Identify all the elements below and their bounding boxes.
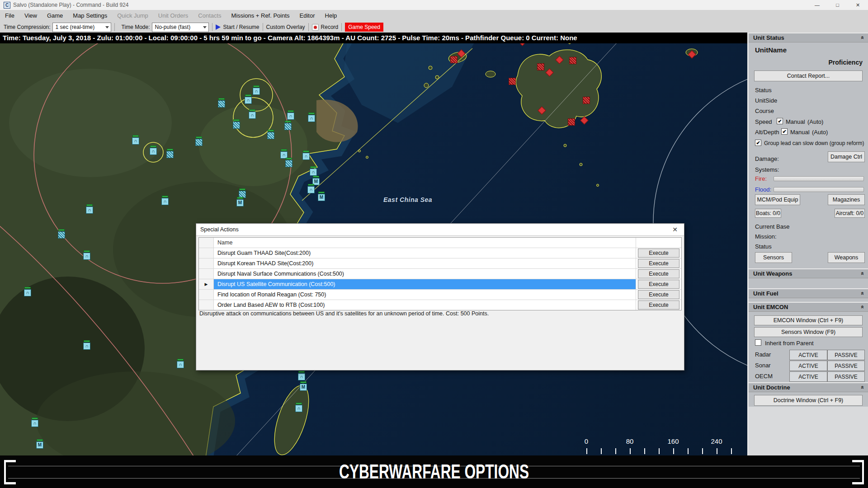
special-action-name[interactable]: Order Land Based AEW to RTB (Cost:100) <box>214 300 636 310</box>
minimize-button[interactable]: — <box>807 0 827 10</box>
menu-game[interactable]: Game <box>42 10 68 22</box>
close-button[interactable]: ✕ <box>848 0 868 10</box>
start-resume-button[interactable]: Start / Resume <box>216 24 259 30</box>
row-selector-cell[interactable] <box>199 269 214 279</box>
friendly-unit-icon[interactable]: ∩ <box>83 343 90 350</box>
unit-weapons-header[interactable]: Unit Weapons » <box>749 268 868 278</box>
hostile-unit-icon[interactable] <box>568 118 575 126</box>
hostile-unit-icon[interactable] <box>450 56 458 63</box>
friendly-unit-icon[interactable]: ∩ <box>161 198 169 205</box>
emcon-sonar-active-button[interactable]: ACTIVE <box>789 361 827 371</box>
time-mode-select[interactable]: No-pulse (fast) <box>152 23 209 32</box>
hostile-unit-icon[interactable] <box>509 78 516 85</box>
friendly-unit-icon[interactable]: M <box>318 194 325 201</box>
friendly-unit-icon[interactable]: ∩ <box>298 373 305 380</box>
friendly-unit-icon[interactable]: ∩ <box>150 148 157 155</box>
mcm-pod-equip-button[interactable]: MCM/Pod Equip <box>755 194 800 205</box>
hostile-unit-icon[interactable] <box>546 69 553 76</box>
friendly-unit-icon[interactable]: ∩ <box>287 113 294 120</box>
emcon-oecm-active-button[interactable]: ACTIVE <box>789 371 827 382</box>
maximize-button[interactable]: □ <box>827 0 848 10</box>
friendly-unit-icon[interactable]: M <box>236 199 244 206</box>
damage-ctrl-button[interactable]: Damage Ctrl <box>828 151 865 162</box>
menu-file[interactable]: File <box>0 10 19 22</box>
hostile-unit-icon[interactable] <box>580 117 588 124</box>
special-action-name[interactable]: Disrupt Naval Surface Communications (Co… <box>214 269 636 279</box>
friendly-unit-icon[interactable]: ∩ <box>31 420 38 427</box>
unit-doctrine-header[interactable]: Unit Doctrine » <box>749 382 868 392</box>
menu-editor[interactable]: Editor <box>295 10 320 22</box>
friendly-unit-icon[interactable] <box>218 100 225 108</box>
friendly-unit-icon[interactable]: ∩ <box>249 112 256 119</box>
execute-button[interactable]: Execute <box>638 280 679 289</box>
hostile-unit-icon[interactable] <box>569 57 576 64</box>
friendly-unit-icon[interactable] <box>58 231 65 239</box>
friendly-unit-icon[interactable] <box>233 122 240 129</box>
friendly-unit-icon[interactable]: ∩ <box>86 206 93 214</box>
friendly-unit-icon[interactable] <box>166 151 174 158</box>
friendly-unit-icon[interactable]: ∩ <box>302 153 310 160</box>
friendly-unit-icon[interactable]: ∩ <box>177 361 184 368</box>
close-icon[interactable]: ✕ <box>670 226 680 233</box>
special-action-row[interactable]: Order Land Based AEW to RTB (Cost:100)Ex… <box>199 300 681 310</box>
altdepth-manual-checkbox[interactable]: ✔ <box>781 128 788 135</box>
boats-button[interactable]: Boats: 0/0 <box>755 209 781 218</box>
collapse-icon[interactable]: » <box>859 272 865 275</box>
weapons-button[interactable]: Weapons <box>828 252 865 263</box>
collapse-icon[interactable]: » <box>859 292 865 295</box>
special-action-row[interactable]: Disrupt Guam THAAD Site(Cost:200)Execute <box>199 248 681 258</box>
collapse-icon[interactable]: » <box>859 386 865 389</box>
execute-button[interactable]: Execute <box>638 249 679 258</box>
inherit-from-parent-checkbox[interactable] <box>755 339 761 346</box>
friendly-unit-icon[interactable] <box>267 132 274 139</box>
unit-status-header[interactable]: Unit Status » <box>749 33 868 42</box>
time-compression-select[interactable]: 1 sec (real-time) <box>52 23 111 32</box>
menu-map-settings[interactable]: Map Settings <box>68 10 112 22</box>
friendly-unit-icon[interactable] <box>284 123 292 130</box>
execute-button[interactable]: Execute <box>638 290 679 299</box>
special-action-row[interactable]: Disrupt Korean THAAD Site(Cost:200)Execu… <box>199 258 681 269</box>
friendly-unit-icon[interactable]: M <box>36 441 43 449</box>
menu-help[interactable]: Help <box>320 10 342 22</box>
special-action-name[interactable]: Disrupt Korean THAAD Site(Cost:200) <box>214 258 636 268</box>
hostile-unit-icon[interactable] <box>556 56 563 64</box>
friendly-unit-icon[interactable]: ∩ <box>295 405 302 412</box>
special-action-row[interactable]: Find location of Ronald Reagan (Cost: 75… <box>199 290 681 300</box>
execute-button[interactable]: Execute <box>638 259 679 268</box>
game-speed-button[interactable]: Game Speed <box>345 23 383 32</box>
friendly-unit-icon[interactable] <box>195 139 203 146</box>
friendly-unit-icon[interactable]: ∩ <box>132 137 139 145</box>
emcon-sonar-passive-button[interactable]: PASSIVE <box>827 361 865 371</box>
special-action-row[interactable]: ▶Disrupt US Satellite Communication (Cos… <box>199 279 681 290</box>
friendly-unit-icon[interactable]: ∩ <box>307 186 315 193</box>
unit-emcon-header[interactable]: Unit EMCON » <box>749 302 868 312</box>
speed-manual-checkbox[interactable]: ✔ <box>777 118 783 124</box>
hostile-unit-icon[interactable] <box>688 51 696 58</box>
magazines-button[interactable]: Magazines <box>828 194 865 205</box>
special-action-name[interactable]: Find location of Ronald Reagan (Cost: 75… <box>214 290 636 300</box>
special-action-name[interactable]: Disrupt US Satellite Communication (Cost… <box>214 279 636 289</box>
special-action-row[interactable]: Disrupt Naval Surface Communications (Co… <box>199 269 681 279</box>
row-selector-cell[interactable] <box>199 290 214 300</box>
execute-button[interactable]: Execute <box>638 269 679 278</box>
friendly-unit-icon[interactable]: ∩ <box>253 88 260 95</box>
emcon-oecm-passive-button[interactable]: PASSIVE <box>827 371 865 382</box>
row-selector-cell[interactable] <box>199 300 214 310</box>
special-action-name[interactable]: Disrupt Guam THAAD Site(Cost:200) <box>214 248 636 258</box>
group-lead-checkbox[interactable]: ✔ <box>755 140 761 146</box>
friendly-unit-icon[interactable]: ∩ <box>310 169 317 176</box>
contact-report-button[interactable]: Contact Report... <box>754 70 863 81</box>
dialog-title-bar[interactable]: Special Actions ✕ <box>196 224 684 236</box>
menu-view[interactable]: View <box>19 10 42 22</box>
friendly-unit-icon[interactable]: ∩ <box>24 289 31 296</box>
hostile-unit-icon[interactable] <box>538 107 546 114</box>
friendly-unit-icon[interactable]: ∩ <box>245 97 252 104</box>
friendly-unit-icon[interactable]: M <box>300 384 307 391</box>
doctrine-window-button[interactable]: Doctrine Window (Ctrl + F9) <box>754 395 863 406</box>
emcon-radar-passive-button[interactable]: PASSIVE <box>827 350 865 360</box>
aircraft-button[interactable]: Aircraft: 0/0 <box>835 209 865 218</box>
sensors-button[interactable]: Sensors <box>755 252 792 263</box>
hostile-unit-icon[interactable] <box>458 50 465 57</box>
sensors-window-button[interactable]: Sensors Window (F9) <box>754 327 863 337</box>
unit-fuel-header[interactable]: Unit Fuel » <box>749 288 868 298</box>
